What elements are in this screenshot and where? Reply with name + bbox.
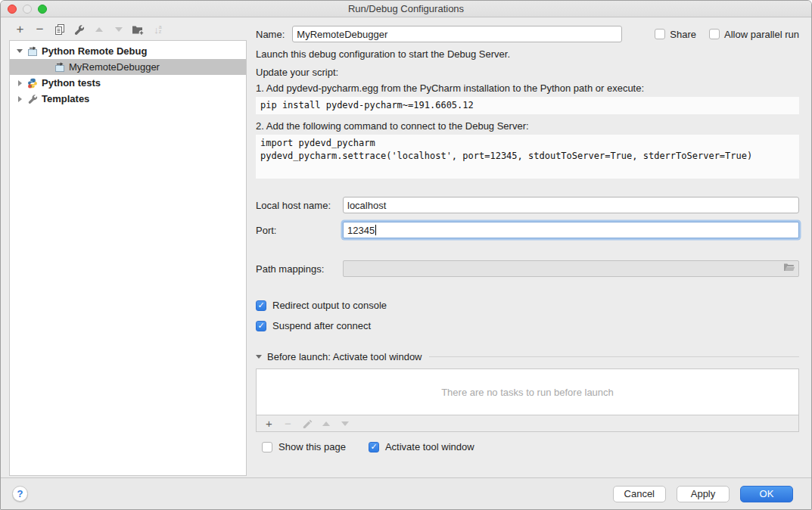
allow-parallel-run-checkbox[interactable] <box>709 29 720 39</box>
suspend-after-connect-checkbox[interactable] <box>256 321 266 331</box>
tree-item-label: Python tests <box>42 77 101 89</box>
show-this-page-checkbox[interactable] <box>262 442 272 452</box>
update-script-text: Update your script: <box>256 67 799 79</box>
wrench-icon <box>26 94 39 104</box>
settrace-code[interactable]: import pydevd_pycharm pydevd_pycharm.set… <box>256 135 799 179</box>
section-divider <box>429 356 799 357</box>
move-up-icon[interactable] <box>92 23 105 36</box>
move-down-icon[interactable] <box>112 23 125 36</box>
port-label: Port: <box>256 225 343 236</box>
name-label: Name: <box>256 29 285 40</box>
chevron-down-icon[interactable] <box>14 49 25 53</box>
redirect-output-label: Redirect output to console <box>272 300 387 311</box>
show-this-page-label: Show this page <box>278 441 346 452</box>
tree-item-label: Python Remote Debug <box>42 45 147 57</box>
tree-item-label: Templates <box>42 93 89 104</box>
name-input[interactable] <box>292 26 622 42</box>
allow-parallel-checkbox-group: Allow parallel run <box>709 29 799 40</box>
step1-text: 1. Add pydevd-pycharm.egg from the PyCha… <box>256 82 799 95</box>
empty-task-list-text: There are no tasks to run before launch <box>441 387 614 398</box>
port-input[interactable]: 12345 <box>343 222 799 238</box>
before-launch-task-list[interactable]: There are no tasks to run before launch <box>256 369 799 415</box>
collapse-section-icon[interactable] <box>256 355 262 359</box>
remove-task-icon[interactable]: − <box>282 418 294 430</box>
window-title: Run/Debug Configurations <box>348 3 464 14</box>
python-tests-icon <box>26 78 39 89</box>
close-window-icon[interactable] <box>8 5 17 14</box>
path-mappings-label: Path mappings: <box>256 263 343 275</box>
dialog-footer: ? Cancel Apply OK <box>1 477 811 509</box>
apply-button[interactable]: Apply <box>677 486 730 502</box>
tree-item-label: MyRemoteDebugger <box>69 61 160 73</box>
path-mappings-input[interactable] <box>343 260 799 277</box>
run-config-icon <box>26 46 39 57</box>
local-host-name-input[interactable] <box>343 197 799 213</box>
configurations-tree: Python Remote Debug MyRemoteDebugger <box>9 40 247 476</box>
browse-folder-icon[interactable] <box>783 263 795 275</box>
share-checkbox[interactable] <box>655 29 665 39</box>
before-launch-toolbar: + − <box>256 415 799 432</box>
chevron-right-icon[interactable] <box>14 80 25 86</box>
minimize-window-icon[interactable] <box>23 5 32 14</box>
sidebar-toolbar: + − ↓ az <box>1 17 247 39</box>
step2-text: 2. Add the following command to connect … <box>256 120 799 132</box>
redirect-output-checkbox[interactable] <box>256 300 266 311</box>
edit-defaults-wrench-icon[interactable] <box>73 23 86 36</box>
tree-item-templates[interactable]: Templates <box>10 91 246 107</box>
run-debug-configurations-dialog: Run/Debug Configurations + − ↓ <box>0 0 812 510</box>
title-bar[interactable]: Run/Debug Configurations <box>1 1 811 17</box>
allow-parallel-run-label: Allow parallel run <box>724 29 799 40</box>
before-launch-title: Before launch: Activate tool window <box>267 351 422 362</box>
help-button[interactable]: ? <box>12 486 28 502</box>
help-icon: ? <box>17 488 23 499</box>
ok-button[interactable]: OK <box>740 486 793 502</box>
edit-pencil-icon[interactable] <box>300 418 313 430</box>
tree-item-myremotedebugger[interactable]: MyRemoteDebugger <box>10 59 246 75</box>
run-config-icon <box>54 62 66 73</box>
text-caret <box>375 225 376 235</box>
configuration-form: Name: Share Allow parallel run Launch th… <box>247 17 811 479</box>
chevron-right-icon[interactable] <box>14 96 25 102</box>
share-checkbox-group: Share <box>655 29 696 40</box>
copy-icon[interactable] <box>53 23 66 36</box>
move-task-up-icon[interactable] <box>319 418 332 430</box>
tree-item-python-tests[interactable]: Python tests <box>10 75 246 91</box>
launch-description-text: Launch this debug configuration to start… <box>256 48 799 61</box>
traffic-lights <box>8 5 47 14</box>
new-folder-icon[interactable] <box>132 23 145 36</box>
zoom-window-icon[interactable] <box>38 5 47 14</box>
sort-alphabetically-icon[interactable]: ↓ az <box>151 23 164 36</box>
tree-item-python-remote-debug[interactable]: Python Remote Debug <box>10 43 246 59</box>
remove-icon[interactable]: − <box>33 23 46 36</box>
local-host-name-label: Local host name: <box>256 200 343 211</box>
configurations-sidebar: + − ↓ az <box>1 17 247 479</box>
add-icon[interactable]: + <box>14 23 26 36</box>
share-label: Share <box>670 29 696 40</box>
pip-install-code[interactable]: pip install pydevd-pycharm~=191.6605.12 <box>256 97 799 114</box>
move-task-down-icon[interactable] <box>338 418 351 430</box>
activate-tool-window-label: Activate tool window <box>385 441 474 452</box>
port-value: 12345 <box>347 225 375 236</box>
suspend-after-connect-label: Suspend after connect <box>272 320 371 331</box>
cancel-button[interactable]: Cancel <box>613 486 666 502</box>
before-launch-section-header[interactable]: Before launch: Activate tool window <box>256 351 799 362</box>
activate-tool-window-checkbox[interactable] <box>369 442 379 452</box>
add-task-icon[interactable]: + <box>263 418 275 430</box>
